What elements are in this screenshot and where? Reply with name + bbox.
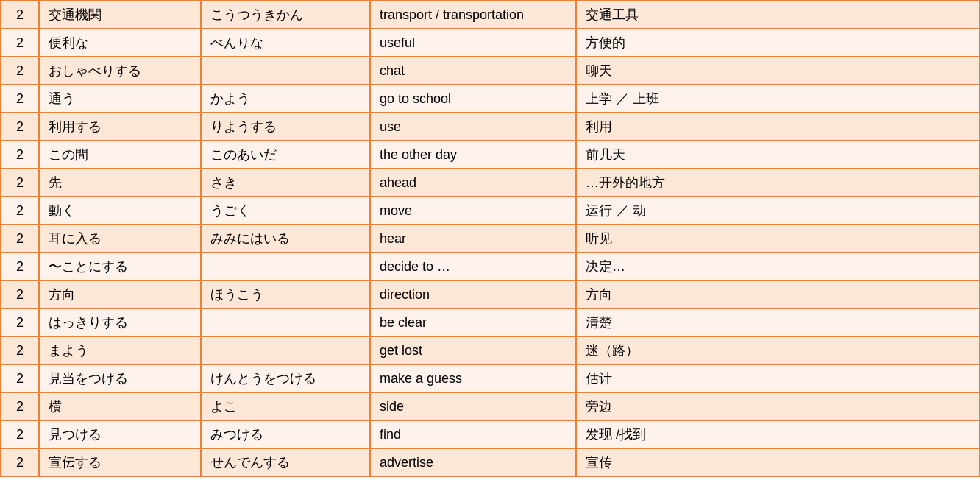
reading: みつける	[201, 420, 370, 448]
reading: べんりな	[201, 29, 370, 57]
japanese-word: 方向	[39, 280, 201, 308]
lesson-number: 2	[1, 197, 39, 225]
table-row: 2方向ほうこうdirection方向	[1, 280, 979, 308]
chinese-meaning: 方向	[576, 280, 979, 308]
chinese-meaning: 迷（路）	[576, 336, 979, 364]
chinese-meaning: 宣传	[576, 448, 979, 476]
table-row: 2先さきahead…开外的地方	[1, 169, 979, 197]
japanese-word: この間	[39, 141, 201, 169]
reading: けんとうをつける	[201, 364, 370, 392]
reading: うごく	[201, 197, 370, 225]
japanese-word: 動く	[39, 197, 201, 225]
reading: りようする	[201, 113, 370, 141]
lesson-number: 2	[1, 253, 39, 280]
lesson-number: 2	[1, 57, 39, 85]
lesson-number: 2	[1, 448, 39, 476]
reading: こうつうきかん	[201, 1, 370, 29]
reading	[201, 336, 370, 364]
reading	[201, 57, 370, 85]
lesson-number: 2	[1, 280, 39, 308]
lesson-number: 2	[1, 113, 39, 141]
japanese-word: 見当をつける	[39, 364, 201, 392]
chinese-meaning: 听见	[576, 225, 979, 253]
table-row: 2まようget lost迷（路）	[1, 336, 979, 364]
table-row: 2横よこside旁边	[1, 392, 979, 420]
chinese-meaning: 发现 /找到	[576, 420, 979, 448]
table-row: 2通うかようgo to school上学 ／ 上班	[1, 85, 979, 113]
table-row: 2便利なべんりなuseful方便的	[1, 29, 979, 57]
vocabulary-table-wrapper: 2交通機関こうつうきかんtransport / transportation交通…	[0, 0, 980, 477]
english-meaning: move	[370, 197, 576, 225]
japanese-word: 利用する	[39, 113, 201, 141]
table-row: 2おしゃべりするchat聊天	[1, 57, 979, 85]
table-row: 2耳に入るみみにはいるhear听见	[1, 225, 979, 253]
japanese-word: まよう	[39, 336, 201, 364]
japanese-word: おしゃべりする	[39, 57, 201, 85]
lesson-number: 2	[1, 308, 39, 336]
reading	[201, 308, 370, 336]
chinese-meaning: 上学 ／ 上班	[576, 85, 979, 113]
chinese-meaning: 聊天	[576, 57, 979, 85]
chinese-meaning: 交通工具	[576, 1, 979, 29]
reading: このあいだ	[201, 141, 370, 169]
reading	[201, 253, 370, 280]
table-row: 2見当をつけるけんとうをつけるmake a guess估计	[1, 364, 979, 392]
lesson-number: 2	[1, 141, 39, 169]
english-meaning: hear	[370, 225, 576, 253]
lesson-number: 2	[1, 420, 39, 448]
table-row: 2宣伝するせんでんするadvertise宣传	[1, 448, 979, 476]
english-meaning: useful	[370, 29, 576, 57]
chinese-meaning: 清楚	[576, 308, 979, 336]
japanese-word: 〜ことにする	[39, 253, 201, 280]
english-meaning: ahead	[370, 169, 576, 197]
japanese-word: 通う	[39, 85, 201, 113]
table-row: 2はっきりするbe clear清楚	[1, 308, 979, 336]
vocabulary-table: 2交通機関こうつうきかんtransport / transportation交通…	[0, 0, 980, 477]
english-meaning: find	[370, 420, 576, 448]
table-row: 2利用するりようするuse利用	[1, 113, 979, 141]
english-meaning: go to school	[370, 85, 576, 113]
lesson-number: 2	[1, 392, 39, 420]
table-row: 2動くうごくmove运行 ／ 动	[1, 197, 979, 225]
english-meaning: get lost	[370, 336, 576, 364]
english-meaning: transport / transportation	[370, 1, 576, 29]
japanese-word: 見つける	[39, 420, 201, 448]
english-meaning: use	[370, 113, 576, 141]
english-meaning: advertise	[370, 448, 576, 476]
english-meaning: chat	[370, 57, 576, 85]
chinese-meaning: 运行 ／ 动	[576, 197, 979, 225]
lesson-number: 2	[1, 85, 39, 113]
japanese-word: 先	[39, 169, 201, 197]
japanese-word: 交通機関	[39, 1, 201, 29]
table-row: 2見つけるみつけるfind发现 /找到	[1, 420, 979, 448]
lesson-number: 2	[1, 336, 39, 364]
lesson-number: 2	[1, 364, 39, 392]
reading: よこ	[201, 392, 370, 420]
chinese-meaning: 估计	[576, 364, 979, 392]
japanese-word: 便利な	[39, 29, 201, 57]
lesson-number: 2	[1, 29, 39, 57]
japanese-word: 宣伝する	[39, 448, 201, 476]
chinese-meaning: 决定…	[576, 253, 979, 280]
english-meaning: the other day	[370, 141, 576, 169]
reading: さき	[201, 169, 370, 197]
japanese-word: はっきりする	[39, 308, 201, 336]
chinese-meaning: 利用	[576, 113, 979, 141]
chinese-meaning: …开外的地方	[576, 169, 979, 197]
english-meaning: be clear	[370, 308, 576, 336]
english-meaning: side	[370, 392, 576, 420]
english-meaning: direction	[370, 280, 576, 308]
reading: みみにはいる	[201, 225, 370, 253]
chinese-meaning: 旁边	[576, 392, 979, 420]
table-row: 2この間このあいだthe other day前几天	[1, 141, 979, 169]
reading: かよう	[201, 85, 370, 113]
chinese-meaning: 方便的	[576, 29, 979, 57]
table-row: 2交通機関こうつうきかんtransport / transportation交通…	[1, 1, 979, 29]
lesson-number: 2	[1, 1, 39, 29]
english-meaning: make a guess	[370, 364, 576, 392]
japanese-word: 耳に入る	[39, 225, 201, 253]
reading: ほうこう	[201, 280, 370, 308]
lesson-number: 2	[1, 169, 39, 197]
reading: せんでんする	[201, 448, 370, 476]
lesson-number: 2	[1, 225, 39, 253]
